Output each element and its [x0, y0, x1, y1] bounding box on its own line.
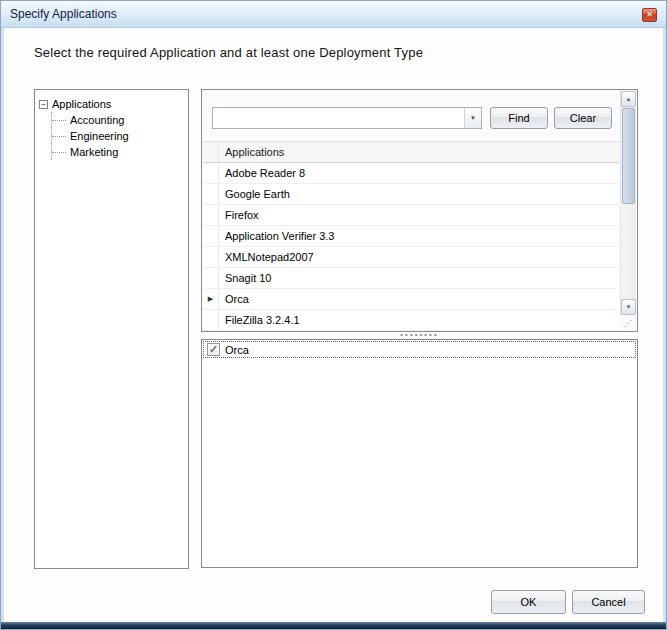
ok-button[interactable]: OK — [491, 590, 566, 614]
application-browser-panel: ▼ Find Clear Applications Adobe Reader 8… — [201, 89, 638, 332]
cancel-button[interactable]: Cancel — [572, 590, 645, 614]
scroll-down-button[interactable]: ▼ — [621, 299, 636, 315]
tree-item-label: Marketing — [70, 146, 118, 158]
resize-grip-icon: ⋰ — [621, 316, 635, 331]
tree-item-accounting[interactable]: Accounting — [52, 112, 184, 128]
application-name-cell: Google Earth — [219, 184, 619, 204]
close-button[interactable]: ✕ — [642, 8, 657, 22]
chevron-down-icon: ▼ — [470, 115, 476, 121]
application-name-cell: Adobe Reader 8 — [219, 163, 619, 183]
row-selector-arrow-icon: ▶ — [203, 289, 219, 309]
table-row[interactable]: Google Earth — [203, 184, 619, 205]
application-name-cell: XMLNotepad2007 — [219, 247, 619, 267]
splitter-dots-icon: •••••••• — [400, 330, 438, 339]
vertical-scrollbar[interactable]: ▲ ▼ — [620, 91, 636, 315]
applications-tree-panel: − Applications Accounting Engineering Ma… — [34, 89, 189, 569]
table-row[interactable]: XMLNotepad2007 — [203, 247, 619, 268]
selected-application-label: Orca — [225, 344, 249, 356]
collapse-icon[interactable]: − — [39, 100, 48, 109]
row-selector-column — [203, 205, 219, 225]
application-name-cell: Orca — [219, 289, 619, 309]
table-row[interactable]: Snagit 10 — [203, 268, 619, 289]
grid-header-label: Applications — [219, 142, 619, 162]
window-title: Specify Applications — [10, 1, 117, 27]
table-row[interactable]: Application Verifier 3.3 — [203, 226, 619, 247]
row-selector-column — [203, 142, 219, 162]
row-selector-column — [203, 310, 219, 330]
row-selector-column — [203, 163, 219, 183]
table-row[interactable]: Adobe Reader 8 — [203, 163, 619, 184]
tree-root-node[interactable]: − Applications — [39, 96, 184, 112]
scroll-down-icon: ▼ — [626, 304, 632, 310]
splitter-handle[interactable]: •••••••• — [201, 332, 638, 339]
search-combobox[interactable]: ▼ — [212, 107, 482, 129]
row-selector-column — [203, 226, 219, 246]
tree-item-label: Engineering — [70, 130, 129, 142]
tree-item-label: Accounting — [70, 114, 124, 126]
scroll-up-button[interactable]: ▲ — [621, 91, 636, 107]
find-button[interactable]: Find — [490, 107, 548, 129]
row-selector-column — [203, 184, 219, 204]
tree-connector — [52, 120, 66, 121]
applications-grid: Applications Adobe Reader 8 Google Earth… — [203, 141, 619, 330]
table-row[interactable]: Firefox — [203, 205, 619, 226]
dialog-window: Specify Applications ✕ Select the requir… — [0, 0, 667, 630]
row-selector-column — [203, 247, 219, 267]
checkbox-checked-icon[interactable]: ✓ — [207, 343, 220, 356]
scrollbar-thumb[interactable] — [622, 108, 635, 204]
application-name-cell: Application Verifier 3.3 — [219, 226, 619, 246]
instruction-text: Select the required Application and at l… — [34, 45, 423, 60]
window-bottom-border — [1, 622, 666, 629]
table-row-selected[interactable]: ▶ Orca — [203, 289, 619, 310]
selected-applications-list: ✓ Orca — [201, 339, 638, 568]
row-selector-column — [203, 268, 219, 288]
clear-button[interactable]: Clear — [554, 107, 612, 129]
tree-children: Accounting Engineering Marketing — [51, 112, 184, 160]
title-bar: Specify Applications ✕ — [1, 1, 666, 28]
tree-item-marketing[interactable]: Marketing — [52, 144, 184, 160]
application-name-cell: FileZilla 3.2.4.1 — [219, 310, 619, 330]
list-item-orca[interactable]: ✓ Orca — [203, 341, 636, 358]
tree-item-engineering[interactable]: Engineering — [52, 128, 184, 144]
table-row[interactable]: FileZilla 3.2.4.1 — [203, 310, 619, 331]
scroll-up-icon: ▲ — [626, 96, 632, 102]
application-name-cell: Firefox — [219, 205, 619, 225]
scrollbar-track[interactable] — [621, 205, 636, 299]
search-input[interactable] — [213, 108, 464, 128]
tree-root-label: Applications — [52, 98, 111, 110]
dropdown-button[interactable]: ▼ — [464, 108, 481, 128]
tree-connector — [52, 136, 66, 137]
close-icon: ✕ — [646, 10, 653, 19]
tree-connector — [52, 152, 66, 153]
application-name-cell: Snagit 10 — [219, 268, 619, 288]
grid-header[interactable]: Applications — [203, 142, 619, 163]
